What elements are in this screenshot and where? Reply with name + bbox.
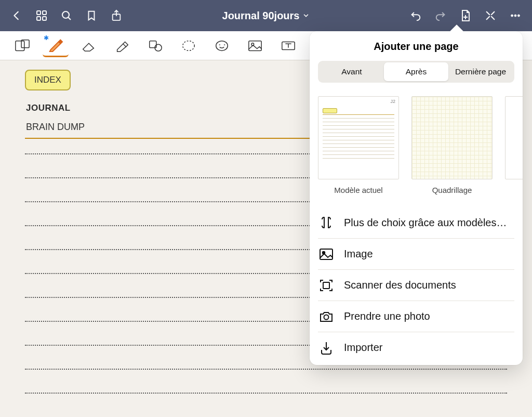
tool-highlighter[interactable]	[109, 34, 135, 57]
svg-rect-21	[320, 249, 332, 259]
document-title-dropdown[interactable]: Journal 90jours	[131, 10, 401, 22]
svg-point-4	[62, 11, 69, 18]
template-label: Vierge	[505, 186, 523, 194]
bluetooth-icon: ✱	[44, 34, 49, 42]
scan-icon	[318, 277, 335, 294]
segment-after[interactable]: Après	[384, 62, 448, 81]
template-thumb-grid	[411, 96, 493, 179]
more-button[interactable]	[505, 5, 526, 26]
back-button[interactable]	[6, 5, 27, 26]
action-list: Plus de choix grâce aux modèles… Image S…	[310, 207, 523, 363]
action-take-photo[interactable]: Prendre une photo	[318, 301, 514, 332]
bookmark-icon	[86, 9, 97, 22]
ellipsis-icon	[509, 10, 522, 21]
redo-button[interactable]	[430, 5, 451, 26]
grid-view-button[interactable]	[31, 5, 52, 26]
tool-shapes[interactable]	[142, 34, 168, 57]
template-grid[interactable]: Quadrillage	[411, 96, 493, 194]
template-current[interactable]: J2 Modèle actuel	[318, 96, 399, 194]
image-icon	[247, 39, 263, 53]
template-page-number: J2	[318, 97, 398, 104]
template-blank[interactable]: Vierge	[505, 96, 523, 194]
position-segmented-control: Avant Après Dernière page	[318, 61, 514, 83]
textbox-icon	[281, 39, 296, 53]
collapse-button[interactable]	[480, 5, 501, 26]
svg-rect-12	[16, 41, 24, 50]
action-label: Importer	[344, 342, 382, 354]
writing-line	[25, 393, 507, 394]
action-label: Image	[344, 248, 373, 260]
split-text-icon	[318, 214, 335, 231]
search-button[interactable]	[56, 5, 77, 26]
import-icon	[318, 340, 335, 356]
tool-sticker[interactable]	[209, 34, 235, 57]
svg-rect-1	[43, 11, 46, 15]
add-page-popover: Ajouter une page Avant Après Dernière pa…	[310, 31, 523, 365]
popover-title: Ajouter une page	[310, 31, 523, 61]
image-icon	[318, 246, 335, 263]
svg-point-11	[517, 15, 520, 17]
zoom-region-icon	[15, 38, 30, 53]
document-title: Journal 90jours	[222, 10, 300, 22]
tool-text[interactable]	[275, 34, 301, 57]
search-icon	[60, 9, 73, 22]
camera-icon	[318, 308, 335, 325]
highlighter-icon	[114, 38, 130, 53]
action-import[interactable]: Importer	[318, 332, 514, 363]
four-squares-icon	[35, 9, 48, 22]
svg-rect-0	[37, 11, 41, 15]
index-tab[interactable]: INDEX	[25, 70, 71, 90]
tool-image[interactable]	[242, 34, 268, 57]
chevron-down-icon	[302, 12, 310, 19]
shapes-icon	[148, 38, 163, 53]
action-label: Prendre une photo	[344, 310, 430, 322]
template-thumb-current: J2	[318, 96, 399, 179]
template-row: J2 Modèle actuel Quadrillage Vierge	[310, 83, 523, 199]
action-scan-documents[interactable]: Scanner des documents	[318, 269, 514, 301]
svg-line-5	[68, 17, 71, 20]
undo-icon	[409, 10, 422, 21]
share-icon	[111, 9, 122, 22]
svg-point-9	[511, 15, 513, 17]
svg-point-10	[514, 15, 516, 17]
tool-eraser[interactable]	[76, 34, 102, 57]
svg-point-16	[183, 41, 195, 50]
lasso-icon	[181, 38, 196, 53]
page-plus-icon	[459, 9, 472, 22]
segment-before[interactable]: Avant	[320, 62, 384, 81]
svg-rect-23	[323, 282, 329, 289]
svg-rect-3	[43, 17, 46, 20]
svg-point-17	[216, 41, 228, 50]
tool-zoom[interactable]	[9, 34, 35, 57]
template-label: Quadrillage	[411, 186, 493, 194]
navbar: Journal 90jours	[0, 0, 532, 31]
template-label: Modèle actuel	[318, 186, 399, 194]
template-thumb-blank	[505, 96, 523, 179]
writing-line	[25, 369, 507, 370]
action-image[interactable]: Image	[318, 238, 514, 269]
tool-pen[interactable]: ✱	[43, 34, 69, 57]
share-button[interactable]	[106, 5, 127, 26]
chevron-left-icon	[11, 10, 22, 21]
collapse-icon	[485, 10, 496, 21]
svg-rect-2	[37, 17, 41, 20]
action-more-templates[interactable]: Plus de choix grâce aux modèles…	[318, 207, 514, 238]
pen-icon	[48, 37, 63, 53]
undo-button[interactable]	[405, 5, 426, 26]
segment-last-page[interactable]: Dernière page	[448, 62, 513, 81]
action-label: Plus de choix grâce aux modèles…	[344, 217, 507, 229]
eraser-icon	[81, 39, 97, 53]
sticker-icon	[214, 38, 230, 53]
svg-rect-18	[249, 41, 261, 50]
bookmark-button[interactable]	[81, 5, 102, 26]
add-page-button[interactable]	[455, 5, 476, 26]
tool-lasso[interactable]	[176, 34, 202, 57]
svg-point-24	[324, 315, 329, 319]
redo-icon	[434, 10, 447, 21]
action-label: Scanner des documents	[344, 279, 456, 291]
